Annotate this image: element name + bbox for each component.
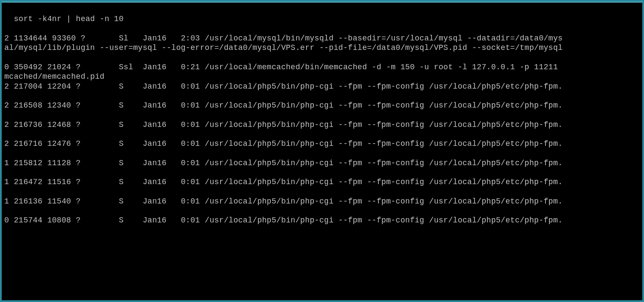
terminal-output-line: 1 216136 11540 ? S Jan16 0:01 /usr/local… [4,197,640,206]
command-prompt-line: sort -k4nr | head -n 10 [14,15,123,23]
terminal-output-line: mcached/memcached.pid [4,72,640,82]
terminal-output-line: 1 216472 11516 ? S Jan16 0:01 /usr/local… [4,177,640,187]
terminal-window[interactable]: sort -k4nr | head -n 10 2 1134644 93360 … [2,2,642,300]
terminal-output-line: 1 215812 11128 ? S Jan16 0:01 /usr/local… [4,158,640,168]
terminal-output-line: 0 350492 21024 ? Ssl Jan16 0:21 /usr/loc… [4,62,640,72]
terminal-output-line: al/mysql/lib/plugin --user=mysql --log-e… [4,43,640,53]
terminal-output-line [4,149,640,158]
terminal-output-line [4,91,640,101]
terminal-output-line [4,206,640,216]
terminal-output-line: 2 1134644 93360 ? Sl Jan16 2:03 /usr/loc… [4,34,640,43]
terminal-output-line: 2 217004 12204 ? S Jan16 0:01 /usr/local… [4,82,640,92]
terminal-output-line [4,168,640,177]
terminal-output-line [4,53,640,62]
terminal-output-line: 2 216736 12468 ? S Jan16 0:01 /usr/local… [4,120,640,130]
terminal-output-line: 2 216716 12476 ? S Jan16 0:01 /usr/local… [4,139,640,149]
terminal-output-line: 2 216508 12340 ? S Jan16 0:01 /usr/local… [4,101,640,111]
terminal-output-line [4,111,640,120]
terminal-output: 2 1134644 93360 ? Sl Jan16 2:03 /usr/loc… [4,34,640,225]
terminal-output-line [4,187,640,197]
terminal-output-line [4,129,640,139]
terminal-output-line: 0 215744 10808 ? S Jan16 0:01 /usr/local… [4,216,640,225]
